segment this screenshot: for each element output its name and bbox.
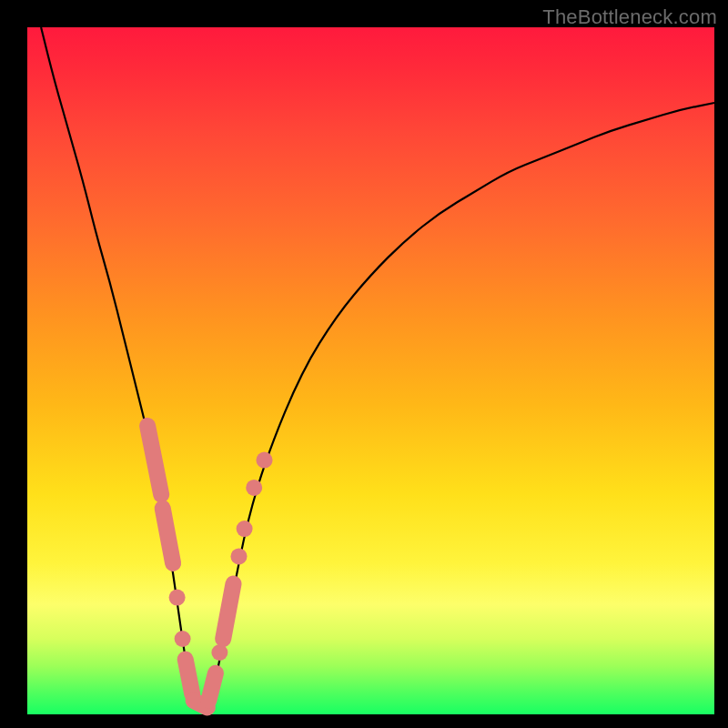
watermark-text: TheBottleneck.com xyxy=(542,5,717,29)
curve-marker xyxy=(175,631,191,647)
curve-marker xyxy=(163,509,173,563)
curve-marker xyxy=(246,480,262,496)
curve-marker xyxy=(211,644,228,661)
chart-frame: TheBottleneck.com xyxy=(0,0,728,728)
curve-marker xyxy=(257,452,273,469)
curve-marker xyxy=(237,521,253,537)
marker-layer xyxy=(147,426,272,708)
chart-svg xyxy=(27,27,714,714)
curve-marker xyxy=(169,590,186,606)
curve-marker xyxy=(208,673,216,701)
plot-area xyxy=(27,27,714,714)
bottleneck-curve xyxy=(41,27,714,708)
curve-marker xyxy=(231,548,248,564)
curve-marker xyxy=(223,584,233,640)
curve-marker xyxy=(186,660,193,694)
curve-marker xyxy=(147,426,161,495)
